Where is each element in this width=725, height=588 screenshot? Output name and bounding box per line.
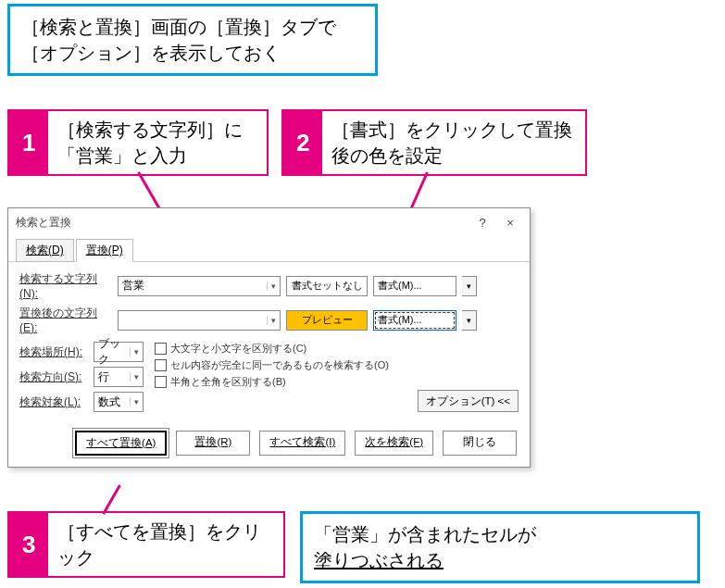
match-case-row[interactable]: 大文字と小文字を区別する(C) bbox=[155, 342, 389, 356]
format-dropdown-icon[interactable]: ▾ bbox=[462, 310, 477, 331]
find-format-status: 書式セットなし bbox=[286, 276, 368, 296]
replace-input[interactable]: ▾ bbox=[118, 310, 281, 331]
chevron-down-icon[interactable]: ▾ bbox=[130, 397, 139, 407]
checkbox-icon[interactable] bbox=[155, 376, 167, 388]
replace-button[interactable]: 置換(R) bbox=[176, 431, 250, 456]
find-replace-dialog: 検索と置換 ? × 検索(D) 置換(P) 検索する文字列(N): 営業 ▾ 書… bbox=[7, 207, 531, 468]
close-button[interactable]: × bbox=[496, 216, 524, 230]
close-dialog-button[interactable]: 閉じる bbox=[443, 431, 517, 456]
step-2-callout: 2 ［書式］をクリックして置換後の色を設定 bbox=[281, 109, 587, 176]
result-line1: 「営業」が含まれたセルが bbox=[314, 524, 536, 544]
tab-find[interactable]: 検索(D) bbox=[16, 239, 74, 262]
replace-row: 置換後の文字列(E): ▾ プレビュー 書式(M)... ▾ bbox=[19, 306, 519, 334]
replace-all-button[interactable]: すべて置換(A) bbox=[75, 431, 167, 456]
dialog-body: 検索する文字列(N): 営業 ▾ 書式セットなし 書式(M)... ▾ 置換後の… bbox=[8, 262, 530, 421]
step-text: ［すべてを置換］をクリック bbox=[48, 513, 283, 576]
help-button[interactable]: ? bbox=[469, 216, 496, 230]
step-1-callout: 1 ［検索する文字列］に「営業」と入力 bbox=[7, 109, 269, 176]
lookin-value: 数式 bbox=[98, 394, 120, 410]
direction-label: 検索方向(S): bbox=[19, 369, 88, 385]
step-text: ［検索する文字列］に「営業」と入力 bbox=[48, 111, 267, 174]
find-value: 営業 bbox=[122, 278, 144, 294]
replace-format-preview: プレビュー bbox=[286, 310, 368, 331]
within-label: 検索場所(H): bbox=[19, 344, 88, 360]
result-callout: 「営業」が含まれたセルが 塗りつぶされる bbox=[300, 511, 700, 583]
dialog-title: 検索と置換 bbox=[16, 215, 469, 231]
step-number: 3 bbox=[9, 513, 48, 576]
tab-replace-label: 置換(P) bbox=[86, 244, 123, 256]
step-number: 2 bbox=[283, 111, 322, 174]
format-button-label: 書式(M)... bbox=[378, 279, 422, 293]
options-area: 検索場所(H): ブック ▾ 検索方向(S): 行 ▾ 検索対象(L): bbox=[19, 342, 519, 412]
checkbox-icon[interactable] bbox=[155, 343, 167, 355]
dialog-footer: すべて置換(A) 置換(R) すべて検索(I) 次を検索(F) 閉じる bbox=[8, 421, 530, 467]
match-width-label: 半角と全角を区別する(B) bbox=[170, 375, 286, 389]
replace-label: 置換後の文字列(E): bbox=[19, 306, 112, 334]
within-value: ブック bbox=[98, 336, 130, 368]
step-text: ［書式］をクリックして置換後の色を設定 bbox=[322, 111, 585, 174]
direction-select[interactable]: 行 ▾ bbox=[94, 367, 144, 387]
search-scope-column: 検索場所(H): ブック ▾ 検索方向(S): 行 ▾ 検索対象(L): bbox=[19, 342, 144, 412]
match-case-label: 大文字と小文字を区別する(C) bbox=[170, 342, 306, 356]
step-number: 1 bbox=[9, 111, 48, 174]
replace-format-button[interactable]: 書式(M)... bbox=[373, 310, 456, 331]
match-width-row[interactable]: 半角と全角を区別する(B) bbox=[155, 375, 389, 389]
tab-find-label: 検索(D) bbox=[26, 244, 64, 256]
chevron-down-icon[interactable]: ▾ bbox=[130, 372, 139, 382]
find-label: 検索する文字列(N): bbox=[19, 271, 112, 300]
chevron-down-icon[interactable]: ▾ bbox=[130, 347, 139, 357]
find-row: 検索する文字列(N): 営業 ▾ 書式セットなし 書式(M)... ▾ bbox=[19, 271, 519, 300]
tab-strip: 検索(D) 置換(P) bbox=[8, 232, 530, 262]
find-input[interactable]: 営業 ▾ bbox=[118, 276, 281, 296]
lookin-select[interactable]: 数式 ▾ bbox=[94, 392, 144, 412]
chevron-down-icon[interactable]: ▾ bbox=[267, 281, 276, 291]
step-3-callout: 3 ［すべてを置換］をクリック bbox=[7, 511, 285, 578]
match-entire-label: セル内容が完全に同一であるものを検索する(O) bbox=[170, 358, 389, 372]
tab-replace[interactable]: 置換(P) bbox=[76, 239, 133, 262]
find-all-button[interactable]: すべて検索(I) bbox=[259, 431, 345, 456]
lookin-label: 検索対象(L): bbox=[19, 394, 88, 410]
within-select[interactable]: ブック ▾ bbox=[94, 342, 144, 362]
find-next-button[interactable]: 次を検索(F) bbox=[355, 431, 433, 456]
titlebar: 検索と置換 ? × bbox=[8, 208, 530, 232]
format-dropdown-icon[interactable]: ▾ bbox=[462, 276, 477, 296]
result-line2: 塗りつぶされる bbox=[314, 550, 444, 570]
intro-callout: ［検索と置換］画面の［置換］タブで［オプション］を表示しておく bbox=[7, 4, 378, 76]
format-button-label: 書式(M)... bbox=[378, 313, 422, 327]
find-format-button[interactable]: 書式(M)... bbox=[373, 276, 456, 296]
checkbox-column: 大文字と小文字を区別する(C) セル内容が完全に同一であるものを検索する(O) … bbox=[155, 342, 389, 412]
chevron-down-icon[interactable]: ▾ bbox=[267, 316, 276, 325]
match-entire-row[interactable]: セル内容が完全に同一であるものを検索する(O) bbox=[155, 358, 389, 372]
checkbox-icon[interactable] bbox=[155, 359, 167, 371]
direction-value: 行 bbox=[98, 369, 109, 385]
options-toggle-button[interactable]: オプション(T) << bbox=[418, 390, 519, 412]
